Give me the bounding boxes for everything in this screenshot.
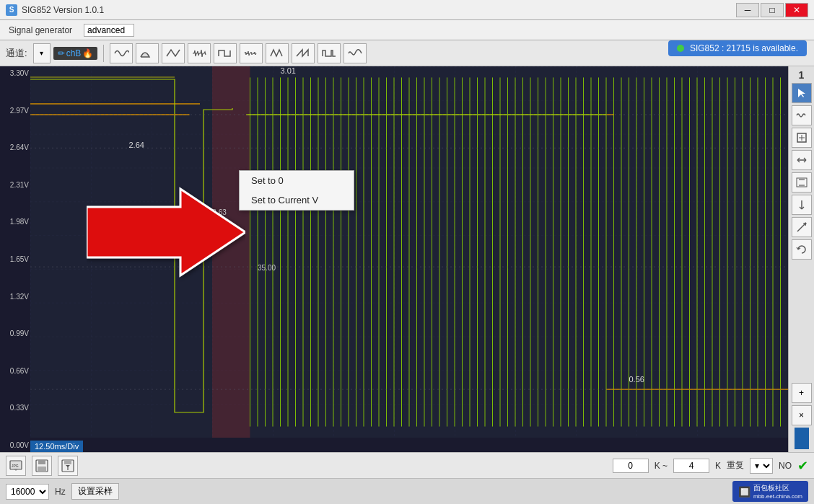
- logo: 🔲 面包板社区 mbb.eet-china.com: [732, 481, 808, 502]
- wave-noise1-button[interactable]: [188, 43, 211, 63]
- channel-number: 1: [799, 69, 805, 81]
- menu-bar: Signal generator: [0, 20, 814, 40]
- y-label-0: 3.30V: [1, 69, 29, 77]
- freq-unit-label: Hz: [55, 487, 66, 497]
- y-label-8: 0.66V: [1, 367, 29, 375]
- bottom-bar: JPG 0 K ~ 4 K 重复 ▾ NO ✔: [0, 452, 814, 478]
- flame-icon: 🔥: [82, 48, 93, 58]
- logo-text: 面包板社区: [753, 483, 802, 493]
- wave-square-button[interactable]: [214, 43, 237, 63]
- export-jpg-button[interactable]: JPG: [6, 456, 26, 476]
- y-axis-labels: 3.30V 2.97V 2.64V 2.31V 1.98V 1.65V 1.32…: [0, 66, 30, 452]
- svg-rect-103: [38, 460, 45, 464]
- y-label-9: 0.33V: [1, 404, 29, 412]
- value2-input[interactable]: 4: [673, 459, 709, 473]
- separator-1: [103, 45, 104, 62]
- repeat-label: 重复: [727, 459, 744, 472]
- status-dot: [677, 45, 684, 52]
- svg-text:JPG: JPG: [12, 464, 19, 468]
- app-title: SIG852 Version 1.0.1: [22, 5, 104, 15]
- chart-area[interactable]: 3.30V 2.97V 2.64V 2.31V 1.98V 1.65V 1.32…: [0, 66, 788, 452]
- y-label-5: 1.65V: [1, 255, 29, 263]
- chart-svg: 3.01 2.64 0.56 28.63 35.00: [30, 66, 788, 438]
- maximize-button[interactable]: □: [761, 3, 784, 17]
- mode-input[interactable]: [84, 24, 134, 37]
- zoom-h-button[interactable]: [792, 150, 812, 170]
- wave-sawtooth-button[interactable]: [292, 43, 315, 63]
- logo-icon: 🔲: [738, 486, 750, 498]
- y-label-10: 0.00V: [1, 441, 29, 449]
- load-button[interactable]: [58, 456, 78, 476]
- freq-select[interactable]: 16000: [6, 484, 49, 500]
- set-sample-button[interactable]: 设置采样: [71, 483, 119, 500]
- y-label-1: 2.97V: [1, 107, 29, 115]
- diagonal-button[interactable]: [792, 217, 812, 237]
- y-label-2: 2.64V: [1, 143, 29, 151]
- zoom-v-up-button[interactable]: [792, 172, 812, 193]
- main-area: 3.30V 2.97V 2.64V 2.31V 1.98V 1.65V 1.32…: [0, 66, 814, 452]
- rotate-button[interactable]: [792, 239, 812, 260]
- save-button[interactable]: [32, 456, 52, 476]
- wave-multi-button[interactable]: [266, 43, 289, 63]
- channel-selector[interactable]: ✏ chB 🔥: [53, 47, 98, 60]
- repeat-select[interactable]: ▾: [750, 458, 773, 474]
- channel-dropdown[interactable]: ▾: [33, 43, 51, 63]
- time-label: 12.50ms/Div: [30, 441, 83, 452]
- title-bar: S SIG852 Version 1.0.1 ─ □ ✕: [0, 0, 814, 20]
- channel-label: 通道:: [6, 47, 27, 60]
- zoom-out-button[interactable]: ×: [792, 405, 812, 425]
- svg-text:28.63: 28.63: [209, 208, 227, 216]
- context-menu[interactable]: Set to 0 Set to Current V: [239, 170, 354, 211]
- wave-triangle-button[interactable]: [162, 43, 185, 63]
- pencil-icon: ✏: [58, 48, 65, 58]
- zoom-in-button[interactable]: +: [792, 383, 812, 403]
- menu-signal-generator[interactable]: Signal generator: [6, 24, 75, 37]
- zoom-v-down-button[interactable]: [792, 195, 812, 215]
- channel-name: chB: [66, 48, 82, 58]
- cursor-tool-button[interactable]: [792, 83, 812, 103]
- y-label-7: 0.99V: [1, 330, 29, 337]
- wave-pulse-button[interactable]: [318, 43, 341, 63]
- minimize-button[interactable]: ─: [736, 3, 759, 17]
- svg-rect-5: [212, 66, 250, 438]
- right-toolbar: 1: [788, 66, 814, 452]
- y-label-3: 2.31V: [1, 181, 29, 189]
- wave-sine-button[interactable]: [110, 43, 133, 63]
- window-controls[interactable]: ─ □ ✕: [736, 3, 808, 17]
- value1-input[interactable]: 0: [613, 459, 649, 473]
- wave-custom-button[interactable]: [343, 43, 367, 63]
- svg-rect-104: [38, 467, 46, 472]
- k-label: K: [715, 461, 721, 471]
- check-icon: ✔: [797, 458, 808, 474]
- notification-text: SIG852 : 21715 is available.: [690, 43, 798, 53]
- logo-sub: mbb.eet-china.com: [753, 493, 802, 500]
- y-label-4: 1.98V: [1, 218, 29, 226]
- svg-rect-106: [64, 460, 71, 464]
- svg-line-99: [797, 223, 806, 231]
- close-button[interactable]: ✕: [785, 3, 808, 17]
- blue-bar: [795, 428, 809, 449]
- context-menu-item-set-to-0[interactable]: Set to 0: [240, 171, 354, 190]
- svg-text:35.00: 35.00: [258, 264, 276, 272]
- chart-canvas[interactable]: 3.01 2.64 0.56 28.63 35.00: [30, 66, 788, 438]
- app-icon: S: [6, 4, 17, 16]
- notification-bar: SIG852 : 21715 is available.: [668, 40, 807, 56]
- no-label: NO: [779, 461, 792, 471]
- context-menu-item-set-to-current-v[interactable]: Set to Current V: [240, 190, 354, 210]
- wave-ramp-button[interactable]: [136, 43, 159, 63]
- k-tilde-label: K ~: [655, 461, 668, 471]
- svg-text:3.01: 3.01: [281, 66, 296, 75]
- zoom-fit-button[interactable]: [792, 128, 812, 148]
- wave-noise2-button[interactable]: [240, 43, 263, 63]
- svg-text:0.56: 0.56: [629, 375, 644, 384]
- y-label-6: 1.32V: [1, 293, 29, 301]
- footer-bar: 16000 Hz 设置采样 🔲 面包板社区 mbb.eet-china.com: [0, 478, 814, 504]
- waveform-button[interactable]: [792, 105, 812, 125]
